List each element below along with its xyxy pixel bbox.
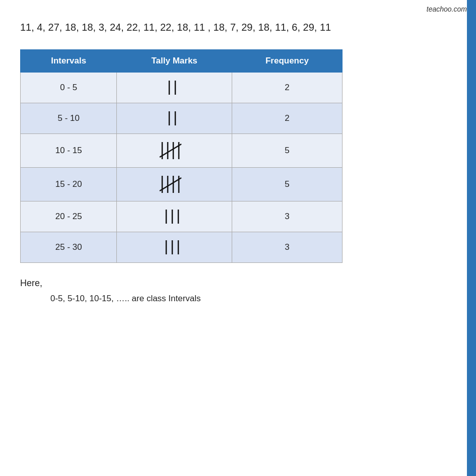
table-row: 20 - 25 3 bbox=[21, 201, 343, 232]
tally-marks-cell bbox=[117, 73, 232, 103]
tally-table-container: Intervals Tally Marks Frequency 0 - 5 2 bbox=[20, 49, 456, 263]
svg-line-8 bbox=[160, 144, 181, 157]
interval-cell: 10 - 15 bbox=[21, 134, 117, 168]
tally-marks-cell bbox=[117, 232, 232, 263]
col-header-tally-marks: Tally Marks bbox=[117, 50, 232, 73]
tally-marks-cell bbox=[117, 134, 232, 168]
tally-marks-cell bbox=[117, 168, 232, 201]
frequency-cell: 2 bbox=[232, 103, 342, 134]
frequency-cell: 5 bbox=[232, 134, 342, 168]
watermark: teachoo.com bbox=[427, 5, 467, 13]
right-bar bbox=[467, 0, 476, 476]
frequency-cell: 5 bbox=[232, 168, 342, 201]
col-header-frequency: Frequency bbox=[232, 50, 342, 73]
tally-marks-cell bbox=[117, 103, 232, 134]
here-section: Here, 0-5, 5-10, 10-15, ….. are class In… bbox=[20, 278, 456, 304]
frequency-cell: 2 bbox=[232, 73, 342, 103]
interval-cell: 5 - 10 bbox=[21, 103, 117, 134]
interval-cell: 20 - 25 bbox=[21, 201, 117, 232]
frequency-cell: 3 bbox=[232, 201, 342, 232]
table-row: 25 - 30 3 bbox=[21, 232, 343, 263]
table-row: 5 - 10 2 bbox=[21, 103, 343, 134]
data-line: 11, 4, 27, 18, 18, 3, 24, 22, 11, 22, 18… bbox=[20, 20, 456, 34]
table-row: 15 - 20 5 bbox=[21, 168, 343, 201]
frequency-cell: 3 bbox=[232, 232, 342, 263]
table-row: 0 - 5 2 bbox=[21, 73, 343, 103]
col-header-intervals: Intervals bbox=[21, 50, 117, 73]
here-text: Here, bbox=[20, 278, 456, 289]
tally-marks-cell bbox=[117, 201, 232, 232]
class-intervals-note: 0-5, 5-10, 10-15, ….. are class Interval… bbox=[50, 294, 456, 304]
interval-cell: 25 - 30 bbox=[21, 232, 117, 263]
svg-line-13 bbox=[160, 178, 181, 191]
interval-cell: 0 - 5 bbox=[21, 73, 117, 103]
interval-cell: 15 - 20 bbox=[21, 168, 117, 201]
marks-tally-table: Intervals Tally Marks Frequency 0 - 5 2 bbox=[20, 49, 343, 263]
table-row: 10 - 15 5 bbox=[21, 134, 343, 168]
